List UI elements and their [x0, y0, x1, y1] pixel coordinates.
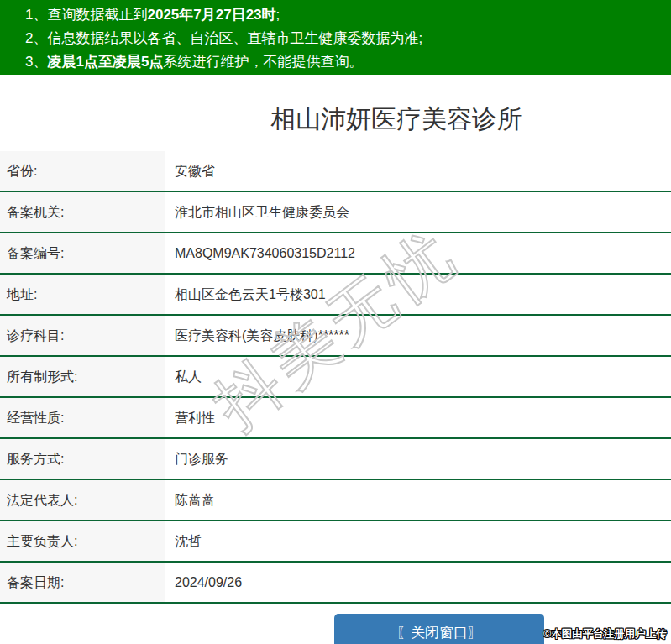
row-value: 陈蔷蔷 [165, 480, 671, 520]
notice-3-prefix: 3、 [25, 54, 47, 70]
table-row-province: 省份: 安徽省 [0, 151, 671, 192]
table-row-ownership-form: 所有制形式: 私人 [0, 357, 671, 398]
row-label: 备案机关: [0, 192, 165, 232]
row-label: 地址: [0, 275, 165, 314]
attribution-text: ©本图由平台注册用户上传 [543, 627, 667, 641]
row-value: 门诊服务 [165, 439, 671, 479]
row-label: 诊疗科目: [0, 316, 165, 355]
row-value: 安徽省 [165, 151, 671, 191]
notice-1-punct: ; [276, 7, 280, 23]
row-label: 主要负责人: [0, 521, 165, 561]
row-label: 经营性质: [0, 398, 165, 437]
table-row-address: 地址: 相山区金色云天1号楼301 [0, 275, 671, 316]
row-label: 备案编号: [0, 233, 165, 273]
table-row-principal-person: 主要负责人: 沈哲 [0, 521, 671, 563]
row-value: 医疗美容科(美容皮肤科)****** [165, 316, 671, 355]
notice-3-bold-time: 凌晨1点至凌晨5点 [47, 54, 163, 70]
close-window-button[interactable]: 〖关闭窗口〗 [334, 614, 544, 644]
record-table: 省份: 安徽省 备案机关: 淮北市相山区卫生健康委员会 备案编号: MA8QM9… [0, 151, 671, 604]
notice-line-2: 2、信息数据结果以各省、自治区、直辖市卫生健康委数据为准; [0, 27, 671, 50]
row-label: 所有制形式: [0, 357, 165, 396]
table-row-registration-number: 备案编号: MA8QM9AK734060315D2112 [0, 233, 671, 275]
notice-1-bold-date: 2025年7月27日23时 [147, 7, 275, 23]
row-label: 备案日期: [0, 563, 165, 602]
row-label: 服务方式: [0, 439, 165, 479]
row-value: MA8QM9AK734060315D2112 [165, 233, 671, 273]
row-value: 私人 [165, 357, 671, 396]
row-value: 2024/09/26 [165, 563, 671, 602]
row-label: 省份: [0, 151, 165, 191]
notice-bar: 1、查询数据截止到2025年7月27日23时; 2、信息数据结果以各省、自治区、… [0, 0, 671, 75]
table-row-clinical-departments: 诊疗科目: 医疗美容科(美容皮肤科)****** [0, 316, 671, 357]
row-value: 相山区金色云天1号楼301 [165, 275, 671, 314]
row-value: 营利性 [165, 398, 671, 437]
page-title: 相山沛妍医疗美容诊所 [270, 102, 522, 137]
notice-line-3: 3、凌晨1点至凌晨5点系统进行维护，不能提供查询。 [0, 50, 671, 74]
table-row-registration-date: 备案日期: 2024/09/26 [0, 563, 671, 604]
row-value: 淮北市相山区卫生健康委员会 [165, 192, 671, 232]
table-row-service-mode: 服务方式: 门诊服务 [0, 439, 671, 480]
table-row-business-nature: 经营性质: 营利性 [0, 398, 671, 439]
table-row-registration-authority: 备案机关: 淮北市相山区卫生健康委员会 [0, 192, 671, 233]
notice-1-text: 1、查询数据截止到 [25, 7, 147, 23]
table-row-legal-representative: 法定代表人: 陈蔷蔷 [0, 480, 671, 521]
notice-line-1: 1、查询数据截止到2025年7月27日23时; [0, 3, 671, 27]
notice-2-text: 2、信息数据结果以各省、自治区、直辖市卫生健康委数据为准; [25, 30, 422, 46]
row-label: 法定代表人: [0, 480, 165, 520]
row-value: 沈哲 [165, 521, 671, 561]
notice-3-text: 系统进行维护，不能提供查询。 [163, 54, 363, 70]
